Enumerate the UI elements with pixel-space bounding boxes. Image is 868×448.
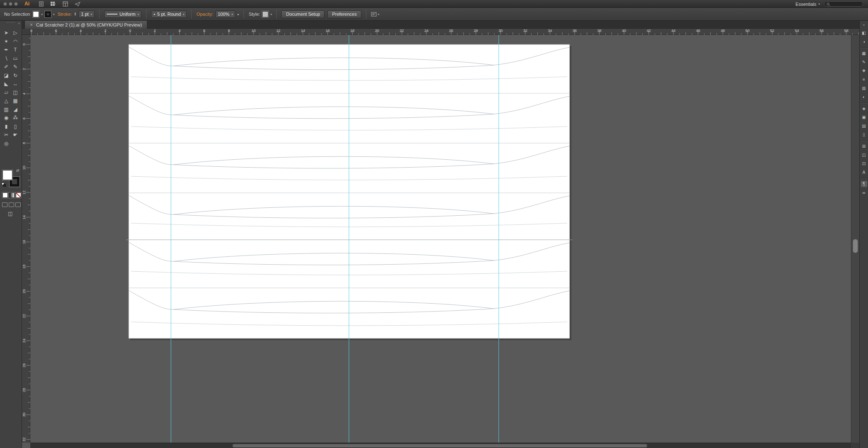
close-button[interactable] bbox=[3, 2, 7, 6]
stroke-link[interactable]: Stroke: bbox=[57, 12, 72, 17]
perspective-grid-tool[interactable]: △ bbox=[2, 97, 11, 105]
pathfinder-panel-icon[interactable]: ◫ bbox=[861, 152, 867, 158]
chevron-down-icon[interactable]: ▾ bbox=[41, 13, 43, 16]
rectangle-tool[interactable]: ▭ bbox=[11, 54, 20, 63]
column-graph-tool[interactable]: ▮ bbox=[2, 122, 11, 131]
document-tab[interactable]: × Cat Scratcher 2 (1).ai @ 50% (CMYK/GPU… bbox=[24, 21, 147, 29]
vertical-ruler[interactable]: 02468101214161820222426283032 bbox=[22, 35, 30, 443]
arrange-documents-icon[interactable] bbox=[50, 1, 56, 7]
fill-color-swatch[interactable] bbox=[33, 11, 39, 17]
scale-tool[interactable]: ◣ bbox=[2, 80, 11, 88]
chevron-down-icon[interactable]: ▾ bbox=[53, 13, 55, 16]
artboards-panel-icon[interactable]: ▯ bbox=[861, 131, 867, 138]
appearance-panel-icon[interactable]: ◈ bbox=[861, 105, 867, 112]
workspace-switcher[interactable]: Essentials ▾ bbox=[795, 2, 820, 7]
expand-panels-icon[interactable]: « bbox=[860, 23, 868, 27]
brush-definition-dropdown[interactable]: • 5 pt. Round ▾ bbox=[151, 10, 187, 18]
width-profile-dropdown[interactable]: Uniform ▾ bbox=[104, 10, 141, 18]
color-button[interactable] bbox=[2, 192, 8, 198]
stroke-weight-field[interactable]: 1 pt ▾ bbox=[78, 10, 95, 18]
chevron-down-icon[interactable]: ▾ bbox=[232, 13, 233, 16]
selection-tool[interactable]: ➤ bbox=[2, 29, 11, 37]
align-panel-icon[interactable]: ⊞ bbox=[861, 143, 867, 149]
stroke-panel-icon[interactable]: ≡ bbox=[861, 76, 867, 83]
default-fill-stroke-icon[interactable] bbox=[2, 183, 6, 187]
none-button[interactable] bbox=[16, 192, 21, 198]
canvas[interactable] bbox=[30, 35, 851, 443]
layers-panel-icon[interactable]: ▤ bbox=[861, 123, 867, 129]
search-input[interactable] bbox=[824, 1, 863, 7]
direct-selection-tool[interactable]: ▷ bbox=[11, 29, 20, 37]
pencil-tool[interactable]: ✎ bbox=[11, 63, 20, 71]
chevron-down-icon[interactable]: ▾ bbox=[271, 13, 272, 16]
screen-mode-button[interactable]: ◫ bbox=[8, 211, 12, 217]
artboard-tool[interactable]: ▯ bbox=[11, 122, 20, 131]
layout-icon[interactable] bbox=[63, 1, 68, 7]
free-transform-tool[interactable]: ▱ bbox=[2, 88, 11, 97]
color-guide-panel-icon[interactable]: ◑ bbox=[861, 39, 867, 45]
magic-wand-tool[interactable]: ✶ bbox=[2, 37, 11, 46]
links-panel-icon[interactable]: ∞ bbox=[861, 190, 867, 196]
fill-proxy-swatch[interactable] bbox=[2, 170, 12, 180]
control-panel-menu[interactable]: ▾ bbox=[371, 12, 380, 17]
chevron-down-icon[interactable]: ▾ bbox=[138, 13, 139, 16]
opacity-field[interactable]: 100% ▾ bbox=[215, 10, 236, 18]
opacity-link[interactable]: Opacity: bbox=[196, 12, 213, 17]
type-tool[interactable]: T bbox=[11, 46, 20, 54]
vertical-scrollbar-thumb[interactable] bbox=[853, 239, 858, 253]
line-segment-tool[interactable]: ∖ bbox=[2, 54, 11, 63]
horizontal-ruler[interactable]: 8642024681012141618202224262830323436384… bbox=[30, 29, 868, 35]
horizontal-scrollbar-thumb[interactable] bbox=[232, 444, 647, 448]
pen-tool[interactable]: ✒ bbox=[2, 46, 11, 54]
gradient-button[interactable] bbox=[9, 192, 15, 198]
eraser-tool[interactable]: ◪ bbox=[2, 71, 11, 80]
symbols-panel-icon[interactable]: ❖ bbox=[861, 68, 867, 74]
chevron-right-icon[interactable]: ▸ bbox=[237, 12, 239, 16]
stroke-color-swatch[interactable] bbox=[45, 11, 51, 17]
symbol-sprayer-tool[interactable]: ⁂ bbox=[11, 114, 20, 122]
preferences-button[interactable]: Preferences bbox=[327, 10, 361, 18]
eyedropper-tool[interactable]: ◢ bbox=[11, 105, 20, 114]
draw-behind-button[interactable] bbox=[9, 202, 14, 207]
transparency-panel-icon[interactable]: ◐ bbox=[861, 94, 867, 100]
width-tool[interactable]: ↔ bbox=[11, 80, 20, 88]
collapse-toolbar-icon[interactable]: » bbox=[18, 22, 20, 25]
brushes-panel-icon[interactable]: ✎ bbox=[861, 59, 867, 65]
color-panel-icon[interactable]: ◧ bbox=[861, 30, 867, 36]
swap-fill-stroke-icon[interactable]: ⇄ bbox=[16, 168, 20, 173]
chevron-down-icon[interactable]: ▾ bbox=[183, 13, 185, 16]
zoom-tool[interactable]: ◎ bbox=[2, 139, 11, 148]
horizontal-scrollbar[interactable] bbox=[30, 443, 851, 448]
minimize-button[interactable] bbox=[9, 2, 12, 6]
blend-tool[interactable]: ◉ bbox=[2, 114, 11, 122]
document-setup-button[interactable]: Document Setup bbox=[281, 10, 324, 18]
zoom-button[interactable] bbox=[14, 2, 18, 6]
document-icon[interactable] bbox=[39, 1, 44, 7]
shape-builder-tool[interactable]: ◫ bbox=[11, 88, 20, 97]
paragraph-panel-icon[interactable]: ¶ bbox=[861, 181, 867, 187]
tab-close-icon[interactable]: × bbox=[30, 22, 33, 27]
slice-tool[interactable]: ✂ bbox=[2, 131, 11, 139]
draw-inside-button[interactable] bbox=[15, 202, 21, 207]
ruler-origin-corner[interactable] bbox=[22, 29, 30, 35]
share-icon[interactable] bbox=[75, 2, 80, 7]
search-field[interactable] bbox=[832, 2, 861, 6]
svg-text:36: 36 bbox=[573, 29, 577, 33]
character-panel-icon[interactable]: A bbox=[861, 169, 867, 175]
style-swatch[interactable] bbox=[262, 11, 268, 17]
gradient-tool[interactable]: ▥ bbox=[2, 105, 11, 114]
rotate-tool[interactable]: ↻ bbox=[11, 71, 20, 80]
transform-panel-icon[interactable]: ⊡ bbox=[861, 161, 867, 167]
toolbar-grip[interactable] bbox=[7, 22, 15, 24]
gradient-panel-icon[interactable]: ▥ bbox=[861, 85, 867, 91]
hand-tool[interactable]: ☛ bbox=[11, 131, 20, 139]
swatches-panel-icon[interactable]: ▦ bbox=[861, 50, 867, 56]
mesh-tool[interactable]: ▦ bbox=[11, 97, 20, 105]
paintbrush-tool[interactable]: ✐ bbox=[2, 63, 11, 71]
stroke-weight-stepper[interactable]: ▲▼ bbox=[74, 12, 76, 16]
graphic-styles-panel-icon[interactable]: ▣ bbox=[861, 114, 867, 120]
draw-normal-button[interactable] bbox=[2, 202, 7, 207]
lasso-tool[interactable]: ◠ bbox=[11, 37, 20, 46]
chevron-down-icon[interactable]: ▾ bbox=[91, 13, 93, 16]
vertical-scrollbar[interactable] bbox=[851, 35, 859, 443]
